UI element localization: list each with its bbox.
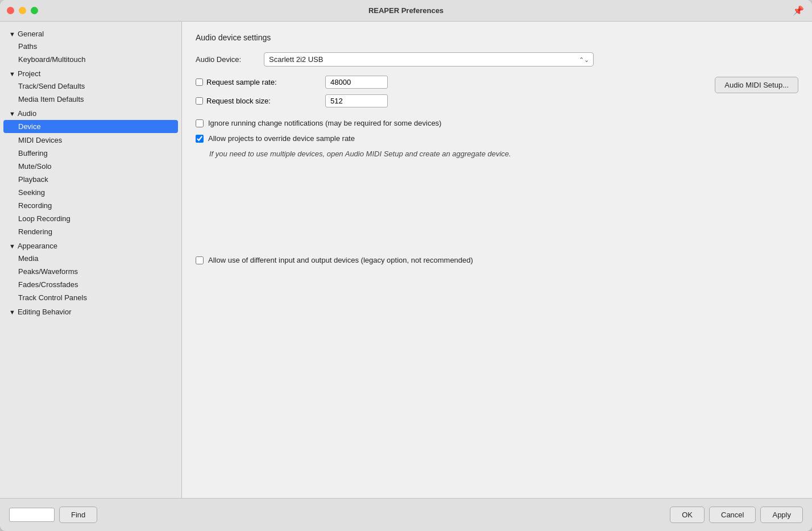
sidebar-seeking-label: Seeking: [18, 188, 45, 197]
sidebar-audio-label: Audio: [18, 109, 36, 118]
sidebar-item-appearance[interactable]: ▼ Appearance: [0, 238, 181, 252]
sidebar-playback-label: Playback: [18, 175, 48, 184]
bottom-bar: Find OK Cancel Apply: [0, 498, 812, 531]
audio-device-label: Audio Device:: [196, 55, 264, 64]
sidebar-peaks-label: Peaks/Waveforms: [18, 267, 78, 276]
block-size-input[interactable]: [325, 94, 388, 107]
sidebar-rendering-label: Rendering: [18, 227, 52, 236]
find-button[interactable]: Find: [59, 507, 97, 523]
sidebar-media-label: Media: [18, 254, 38, 263]
sidebar-item-media-item-defaults[interactable]: Media Item Defaults: [0, 93, 181, 106]
sidebar-editing-label: Editing Behavior: [18, 308, 72, 316]
sidebar-item-peaks-waveforms[interactable]: Peaks/Waveforms: [0, 265, 181, 278]
sidebar-item-recording[interactable]: Recording: [0, 199, 181, 212]
apply-button[interactable]: Apply: [760, 507, 803, 523]
sidebar-media-item-label: Media Item Defaults: [18, 95, 84, 103]
triangle-icon: ▼: [9, 70, 15, 77]
sidebar-item-seeking[interactable]: Seeking: [0, 186, 181, 199]
window-controls[interactable]: [7, 7, 38, 14]
ignore-notifications-row: Ignore running change notifications (may…: [196, 119, 798, 127]
audio-device-row: Audio Device: Scarlett 2i2 USB ⌃⌄: [196, 52, 798, 67]
sidebar: ▼ General Paths Keyboard/Multitouch ▼ Pr…: [0, 22, 182, 498]
allow-override-row: Allow projects to override device sample…: [196, 134, 798, 143]
sidebar-item-track-send-defaults[interactable]: Track/Send Defaults: [0, 80, 181, 93]
sidebar-midi-devices-label: MIDI Devices: [18, 136, 62, 144]
sidebar-track-send-label: Track/Send Defaults: [18, 82, 85, 90]
close-button[interactable]: [7, 7, 14, 14]
audio-midi-setup-button[interactable]: Audio MIDI Setup...: [715, 77, 798, 93]
sidebar-fades-label: Fades/Crossfades: [18, 280, 78, 289]
sidebar-appearance-label: Appearance: [18, 242, 57, 250]
info-text: If you need to use multiple devices, ope…: [209, 150, 798, 158]
sidebar-tcp-label: Track Control Panels: [18, 293, 87, 302]
sidebar-item-editing-behavior[interactable]: ▼ Editing Behavior: [0, 304, 181, 318]
request-block-size-checkbox[interactable]: [196, 97, 203, 105]
pin-icon[interactable]: 📌: [793, 5, 804, 16]
sidebar-item-buffering[interactable]: Buffering: [0, 147, 181, 160]
sidebar-item-media[interactable]: Media: [0, 252, 181, 265]
sidebar-keyboard-label: Keyboard/Multitouch: [18, 55, 86, 64]
triangle-icon: ▼: [9, 110, 15, 117]
block-size-row: Request block size:: [196, 94, 703, 107]
ignore-notifications-label[interactable]: Ignore running change notifications (may…: [208, 119, 441, 127]
request-sample-rate-label[interactable]: Request sample rate:: [206, 78, 277, 86]
titlebar: REAPER Preferences 📌: [0, 0, 812, 22]
sidebar-buffering-label: Buffering: [18, 149, 48, 157]
sidebar-paths-label: Paths: [18, 42, 37, 51]
sidebar-mute-solo-label: Mute/Solo: [18, 162, 52, 171]
allow-different-row: Allow use of different input and output …: [196, 256, 798, 264]
window-title: REAPER Preferences: [368, 6, 444, 15]
ok-button[interactable]: OK: [670, 507, 705, 523]
sidebar-item-loop-recording[interactable]: Loop Recording: [0, 212, 181, 225]
section-title: Audio device settings: [196, 33, 798, 42]
ignore-notifications-checkbox[interactable]: [196, 119, 204, 127]
sidebar-item-fades-crossfades[interactable]: Fades/Crossfades: [0, 278, 181, 291]
sidebar-item-audio[interactable]: ▼ Audio: [0, 106, 181, 119]
sidebar-item-project[interactable]: ▼ Project: [0, 66, 181, 80]
minimize-button[interactable]: [19, 7, 26, 14]
sidebar-recording-label: Recording: [18, 201, 52, 210]
allow-override-checkbox[interactable]: [196, 135, 204, 143]
sample-rate-input[interactable]: [325, 76, 388, 89]
sample-rate-row: Request sample rate:: [196, 76, 703, 89]
allow-different-checkbox[interactable]: [196, 256, 204, 264]
sidebar-item-rendering[interactable]: Rendering: [0, 225, 181, 238]
sidebar-project-label: Project: [18, 69, 40, 78]
sidebar-general-label: General: [18, 30, 44, 38]
audio-device-select[interactable]: Scarlett 2i2 USB: [264, 52, 594, 67]
triangle-icon: ▼: [9, 309, 15, 316]
triangle-icon: ▼: [9, 31, 15, 38]
sidebar-item-playback[interactable]: Playback: [0, 173, 181, 186]
sidebar-loop-recording-label: Loop Recording: [18, 214, 71, 223]
search-input[interactable]: [9, 508, 55, 522]
sidebar-item-general[interactable]: ▼ General: [0, 26, 181, 40]
request-block-size-label[interactable]: Request block size:: [206, 97, 271, 105]
content-area: Audio device settings Audio Device: Scar…: [182, 22, 812, 498]
request-sample-rate-checkbox[interactable]: [196, 78, 203, 86]
allow-override-label[interactable]: Allow projects to override device sample…: [208, 134, 355, 143]
audio-device-select-wrapper: Scarlett 2i2 USB ⌃⌄: [264, 52, 594, 67]
maximize-button[interactable]: [31, 7, 38, 14]
sidebar-item-track-control-panels[interactable]: Track Control Panels: [0, 291, 181, 304]
sidebar-item-device[interactable]: Device: [3, 120, 178, 133]
sidebar-device-label: Device: [18, 122, 41, 131]
triangle-icon: ▼: [9, 243, 15, 250]
sidebar-item-mute-solo[interactable]: Mute/Solo: [0, 160, 181, 173]
sidebar-item-paths[interactable]: Paths: [0, 40, 181, 53]
sidebar-item-midi-devices[interactable]: MIDI Devices: [0, 134, 181, 147]
cancel-button[interactable]: Cancel: [709, 507, 756, 523]
sidebar-item-keyboard[interactable]: Keyboard/Multitouch: [0, 53, 181, 66]
allow-different-label[interactable]: Allow use of different input and output …: [208, 256, 473, 264]
